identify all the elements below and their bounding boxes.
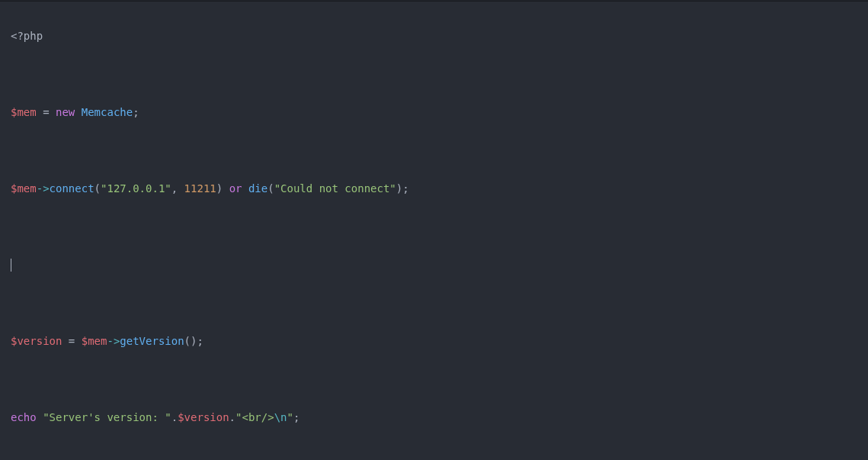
code-line: $mem->connect("127.0.0.1", 11211) or die… (11, 179, 868, 198)
space (37, 411, 43, 423)
code-line (11, 370, 868, 389)
variable: $version (11, 335, 62, 347)
space (242, 182, 248, 195)
escape-seq: \n (274, 411, 287, 423)
text-cursor (11, 259, 11, 272)
paren: ( (94, 182, 101, 195)
comma: , (171, 182, 184, 195)
string: " (287, 411, 293, 423)
concat: . (171, 411, 178, 423)
code-line (11, 294, 868, 313)
paren: (); (184, 335, 203, 347)
operator: = (37, 106, 56, 118)
code-line (11, 141, 868, 160)
paren: ( (267, 182, 274, 195)
keyword-echo: echo (11, 411, 37, 423)
operator: = (62, 335, 81, 347)
variable: $mem (11, 182, 37, 195)
code-line (11, 256, 868, 275)
code-line: <?php (11, 27, 868, 46)
string: "<br/> (235, 411, 274, 423)
code-line (11, 217, 868, 236)
concat: . (229, 411, 235, 423)
variable: $mem (11, 106, 37, 118)
paren: ) (216, 182, 229, 195)
semicolon: ; (133, 106, 139, 118)
code-line (11, 446, 868, 460)
string: "Could not connect" (274, 182, 396, 195)
arrow-op: -> (107, 335, 120, 347)
function-call: getVersion (120, 335, 184, 347)
space (75, 106, 81, 118)
keyword-or: or (229, 182, 242, 195)
php-open-tag: <?php (11, 30, 43, 42)
keyword-new: new (56, 106, 75, 118)
function-call: connect (50, 182, 94, 195)
function-call: die (248, 182, 267, 195)
code-editor[interactable]: <?php $mem = new Memcache; $mem->connect… (0, 2, 868, 460)
variable: $mem (82, 335, 107, 347)
number: 11211 (184, 182, 216, 195)
semicolon: ; (293, 411, 299, 423)
class-name: Memcache (82, 106, 133, 118)
code-line (11, 65, 868, 84)
code-line: $mem = new Memcache; (11, 103, 868, 122)
code-line: $version = $mem->getVersion(); (11, 332, 868, 351)
string: "Server's version: " (43, 411, 171, 423)
arrow-op: -> (37, 182, 50, 195)
paren: ); (396, 182, 409, 195)
code-line: echo "Server's version: ".$version."<br/… (11, 408, 868, 427)
variable: $version (178, 411, 229, 423)
string: "127.0.0.1" (101, 182, 171, 195)
